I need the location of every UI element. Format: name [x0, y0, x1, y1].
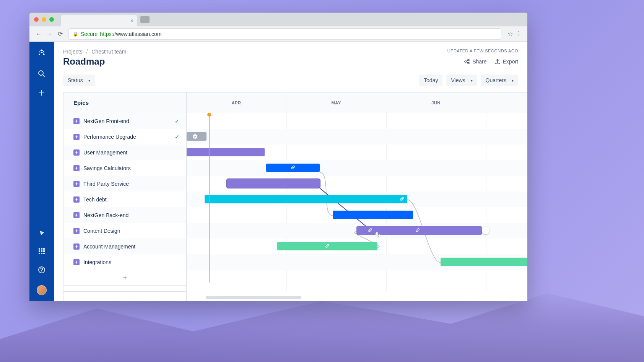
epic-row[interactable]: Content Design — [63, 223, 186, 239]
chevron-down-icon: ▾ — [88, 78, 90, 83]
timeline-row — [187, 129, 527, 144]
gantt-bar[interactable] — [187, 148, 265, 156]
epic-row[interactable]: Account Management — [63, 239, 186, 254]
epic-row[interactable]: Tech debt — [63, 192, 186, 207]
today-indicator — [209, 113, 210, 282]
gantt-bar[interactable] — [205, 195, 407, 203]
epic-row[interactable]: User Management — [63, 144, 186, 160]
svg-rect-5 — [41, 248, 42, 250]
breadcrumb: Projects / Chestnut team — [63, 49, 126, 55]
address-bar[interactable]: 🔒 Secure https://www.atlassian.com — [68, 28, 501, 40]
back-button[interactable]: ← — [33, 31, 44, 37]
url-host: www.atlassian.com — [116, 31, 161, 37]
epic-row[interactable]: NextGen Front-end✓ — [63, 113, 186, 129]
svg-rect-4 — [39, 248, 40, 250]
close-window-button[interactable] — [34, 17, 39, 22]
epic-name: Performance Upgrade — [83, 134, 175, 140]
epic-name: Tech debt — [83, 196, 179, 203]
updated-label: UPDATED A FEW SECONDS AGO — [447, 49, 518, 53]
horizontal-scrollbar[interactable] — [206, 296, 301, 299]
gantt-bar[interactable] — [333, 211, 413, 219]
epic-row[interactable]: Savings Calculators — [63, 160, 186, 176]
epic-name: NextGen Front-end — [83, 118, 175, 124]
create-icon[interactable] — [38, 89, 46, 98]
epic-name: Account Management — [83, 243, 179, 250]
global-sidebar — [29, 42, 54, 301]
forward-button[interactable]: → — [44, 31, 55, 37]
share-button[interactable]: Share — [464, 58, 486, 65]
epic-type-icon — [73, 181, 80, 187]
epic-type-icon — [73, 196, 80, 203]
close-tab-icon[interactable]: × — [130, 18, 133, 24]
secure-label: Secure — [81, 31, 98, 37]
epic-name: Integrations — [83, 259, 179, 265]
epic-name: User Management — [83, 149, 179, 156]
notifications-icon[interactable] — [38, 229, 45, 238]
epic-name: Third Party Service — [83, 181, 179, 187]
timescale-dropdown[interactable]: Quarters ▾ — [481, 75, 518, 86]
svg-rect-7 — [39, 250, 40, 252]
breadcrumb-root[interactable]: Projects — [63, 49, 83, 55]
svg-rect-12 — [43, 253, 45, 254]
minimize-window-button[interactable] — [42, 17, 46, 22]
month-column-header: APR — [187, 93, 286, 113]
browser-toolbar: ← → ⟳ 🔒 Secure https://www.atlassian.com… — [29, 26, 527, 42]
reload-button[interactable]: ⟳ — [55, 30, 65, 37]
search-icon[interactable] — [38, 70, 46, 79]
views-dropdown[interactable]: Views ▾ — [446, 75, 477, 86]
epic-name: NextGen Back-end — [83, 212, 179, 218]
svg-rect-6 — [43, 248, 45, 250]
jira-logo-icon[interactable] — [37, 49, 46, 59]
epic-row[interactable]: Third Party Service — [63, 176, 186, 192]
bookmark-star-icon[interactable]: ☆ — [507, 30, 513, 37]
epic-row[interactable]: Performance Upgrade✓ — [63, 129, 186, 144]
svg-rect-10 — [39, 253, 40, 254]
timeline-row — [187, 113, 527, 129]
status-filter-dropdown[interactable]: Status ▾ — [63, 75, 95, 86]
month-column-header: JUN — [386, 93, 486, 113]
help-icon[interactable] — [38, 266, 46, 275]
gantt-bar[interactable] — [277, 242, 377, 250]
browser-tab-inactive[interactable] — [140, 16, 150, 23]
browser-tab-active[interactable]: × — [61, 15, 137, 26]
svg-point-16 — [468, 59, 469, 61]
timeline[interactable]: APRMAYJUN ✋ — [187, 93, 527, 301]
lock-icon: 🔒 — [73, 31, 78, 37]
dependency-handle[interactable] — [482, 227, 490, 234]
breadcrumb-current[interactable]: Chestnut team — [91, 49, 126, 55]
svg-point-15 — [465, 61, 466, 62]
gantt-bar[interactable] — [356, 226, 482, 235]
gantt-bar[interactable] — [441, 258, 527, 266]
epic-type-icon — [73, 165, 80, 171]
done-check-icon: ✓ — [175, 118, 179, 124]
maximize-window-button[interactable] — [49, 17, 54, 22]
epic-type-icon — [73, 118, 80, 124]
gantt-bar[interactable] — [187, 132, 207, 141]
export-button[interactable]: Export — [494, 58, 518, 65]
done-check-icon: ✓ — [175, 134, 179, 140]
epic-type-icon — [73, 243, 80, 250]
epic-row[interactable]: NextGen Back-end — [63, 207, 186, 223]
apps-grid-icon[interactable] — [38, 248, 45, 256]
browser-tabbar: × — [29, 13, 527, 26]
epic-type-icon — [73, 149, 80, 156]
epic-type-icon — [73, 212, 80, 218]
avatar[interactable] — [37, 285, 47, 295]
browser-window: × ← → ⟳ 🔒 Secure https://www.atlassian.c… — [29, 13, 527, 301]
add-epic-button[interactable]: ＋ — [63, 270, 186, 286]
epic-name: Content Design — [83, 228, 179, 234]
epic-column-header: Epics — [63, 93, 186, 113]
epic-type-icon — [73, 134, 80, 140]
epic-column: Epics NextGen Front-end✓Performance Upgr… — [63, 93, 187, 301]
chevron-down-icon: ▾ — [471, 78, 473, 83]
gantt-bar[interactable] — [227, 179, 320, 188]
svg-rect-8 — [41, 250, 42, 252]
svg-line-18 — [466, 60, 468, 61]
month-column-header: MAY — [286, 93, 386, 113]
gantt-bar[interactable] — [266, 164, 320, 172]
epic-row[interactable]: Integrations — [63, 254, 186, 270]
svg-rect-11 — [41, 253, 42, 254]
today-button[interactable]: Today — [419, 75, 442, 86]
svg-point-14 — [41, 271, 42, 272]
browser-menu-icon[interactable]: ⋮ — [513, 30, 524, 37]
